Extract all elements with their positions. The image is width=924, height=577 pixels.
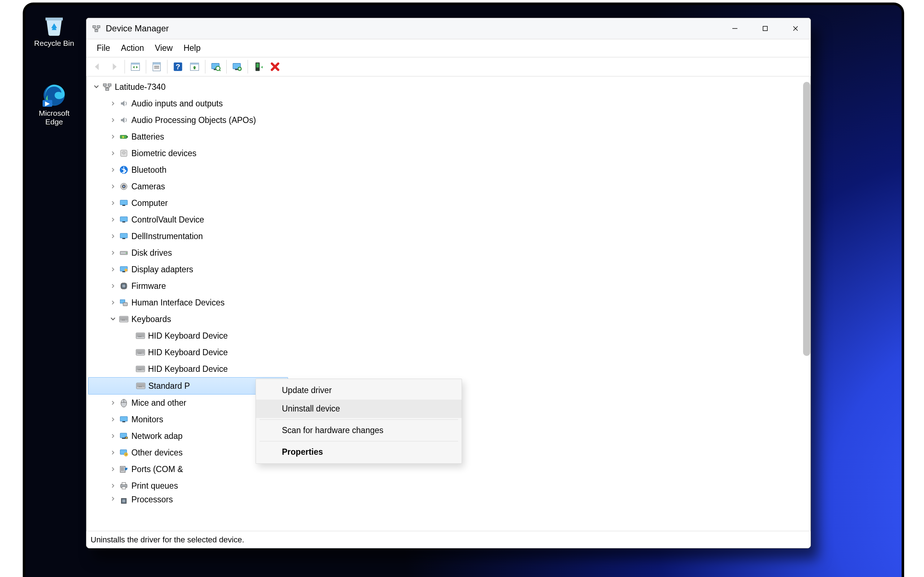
speaker-icon	[118, 115, 129, 126]
tree-category[interactable]: Audio Processing Objects (APOs)	[88, 112, 809, 128]
svg-rect-78	[139, 335, 140, 336]
context-menu-item[interactable]: Properties	[256, 443, 462, 461]
keyboard-icon	[118, 314, 129, 324]
tree-category[interactable]: Display adapters	[88, 261, 809, 278]
svg-rect-84	[138, 337, 142, 337]
svg-rect-2	[93, 26, 96, 28]
keyboard-icon	[135, 347, 146, 358]
context-menu-item[interactable]: Update driver	[256, 381, 462, 400]
other-icon: ?	[118, 447, 129, 458]
svg-point-41	[126, 253, 127, 253]
svg-rect-138	[142, 385, 143, 386]
tree-device[interactable]: HID Keyboard Device	[88, 344, 809, 361]
tree-category[interactable]: Firmware	[88, 278, 809, 294]
add-legacy-hardware-button[interactable]	[229, 59, 245, 74]
svg-rect-111	[141, 367, 142, 368]
enable-device-toolbar-button[interactable]	[251, 59, 266, 74]
edge-desktop-icon[interactable]: Microsoft Edge	[32, 84, 76, 126]
tree-category[interactable]: Human Interface Devices	[88, 294, 809, 311]
tree-device[interactable]: HID Keyboard Device	[88, 327, 809, 344]
svg-text:?: ?	[176, 62, 181, 71]
menu-view[interactable]: View	[149, 41, 178, 55]
vertical-scrollbar[interactable]	[803, 82, 810, 356]
context-menu-item[interactable]: Scan for hardware changes	[256, 421, 462, 440]
tree-category-label: DellInstrumentation	[131, 232, 203, 240]
tree-category[interactable]: Bluetooth	[88, 161, 809, 178]
svg-rect-118	[141, 368, 142, 369]
tree-category[interactable]: Computer	[88, 195, 809, 211]
monitor-icon	[118, 214, 129, 225]
svg-rect-145	[120, 416, 128, 421]
chip-icon	[118, 280, 129, 292]
update-driver-toolbar-button[interactable]	[187, 59, 202, 74]
tree-category[interactable]: DellInstrumentation	[88, 228, 809, 245]
svg-rect-51	[121, 318, 122, 318]
tree-category-label: Bluetooth	[131, 166, 166, 174]
svg-rect-37	[122, 221, 125, 222]
close-button[interactable]	[780, 18, 811, 39]
svg-point-156	[121, 469, 122, 471]
computer-icon	[102, 82, 113, 92]
menu-action[interactable]: Action	[115, 41, 149, 55]
tree-category[interactable]: Processors	[88, 494, 809, 506]
forward-button[interactable]	[107, 59, 122, 74]
svg-rect-70	[138, 334, 139, 335]
tree-category[interactable]: Keyboards	[88, 311, 809, 327]
edge-label: Microsoft Edge	[32, 109, 76, 126]
svg-rect-9	[153, 62, 161, 64]
svg-rect-71	[139, 334, 140, 335]
tree-category-label: Other devices	[131, 449, 183, 457]
minimize-button[interactable]	[720, 18, 750, 39]
context-menu-separator	[260, 419, 458, 420]
svg-rect-88	[137, 351, 137, 351]
svg-rect-28	[127, 136, 128, 138]
tree-category[interactable]: Print queues	[88, 477, 809, 494]
svg-rect-113	[143, 367, 144, 368]
tree-root[interactable]: Latitude-7340	[88, 79, 809, 95]
svg-rect-122	[138, 370, 142, 371]
svg-rect-67	[127, 320, 128, 321]
titlebar[interactable]: Device Manager	[86, 18, 811, 39]
svg-rect-79	[140, 335, 141, 336]
menu-file[interactable]: File	[91, 41, 115, 55]
show-hide-console-tree-button[interactable]	[128, 59, 143, 74]
tree-category[interactable]: Audio inputs and outputs	[88, 95, 809, 112]
svg-rect-26	[106, 88, 109, 90]
svg-rect-98	[140, 351, 141, 352]
tree-category-label: Computer	[131, 199, 168, 207]
svg-rect-99	[141, 351, 142, 352]
tree-category[interactable]: Cameras	[88, 178, 809, 195]
svg-rect-105	[143, 353, 144, 354]
tree-category[interactable]: Biometric devices	[88, 145, 809, 161]
svg-rect-115	[138, 368, 139, 369]
properties-toolbar-button[interactable]	[149, 59, 164, 74]
scan-hardware-toolbar-button[interactable]	[208, 59, 223, 74]
menu-help[interactable]: Help	[178, 41, 206, 55]
svg-rect-107	[137, 367, 137, 368]
hid-icon	[118, 297, 129, 308]
tree-category[interactable]: Batteries	[88, 128, 809, 145]
context-menu-item[interactable]: Uninstall device	[256, 400, 462, 418]
tree-category[interactable]: Disk drives	[88, 245, 809, 261]
help-toolbar-button[interactable]: ?	[170, 59, 186, 74]
svg-rect-56	[127, 318, 128, 318]
context-menu: Update driverUninstall deviceScan for ha…	[255, 379, 462, 464]
svg-rect-7	[131, 63, 139, 65]
tree-category[interactable]: ControlVault Device	[88, 211, 809, 228]
svg-rect-137	[142, 385, 142, 386]
tree-device[interactable]: HID Keyboard Device	[88, 361, 809, 377]
svg-rect-123	[142, 370, 143, 371]
recycle-bin-desktop-icon[interactable]: Recycle Bin	[32, 14, 76, 48]
svg-rect-55	[126, 318, 126, 318]
window-title: Device Manager	[106, 23, 169, 34]
uninstall-device-toolbar-button[interactable]	[267, 59, 283, 74]
tree-device-label: HID Keyboard Device	[148, 365, 228, 373]
svg-rect-5	[763, 26, 767, 31]
menubar: File Action View Help	[86, 39, 811, 57]
svg-rect-134	[138, 385, 139, 386]
maximize-button[interactable]	[750, 18, 780, 39]
printer-icon	[118, 480, 129, 491]
svg-point-33	[123, 186, 125, 187]
back-button[interactable]	[90, 59, 105, 74]
svg-rect-103	[138, 353, 142, 354]
